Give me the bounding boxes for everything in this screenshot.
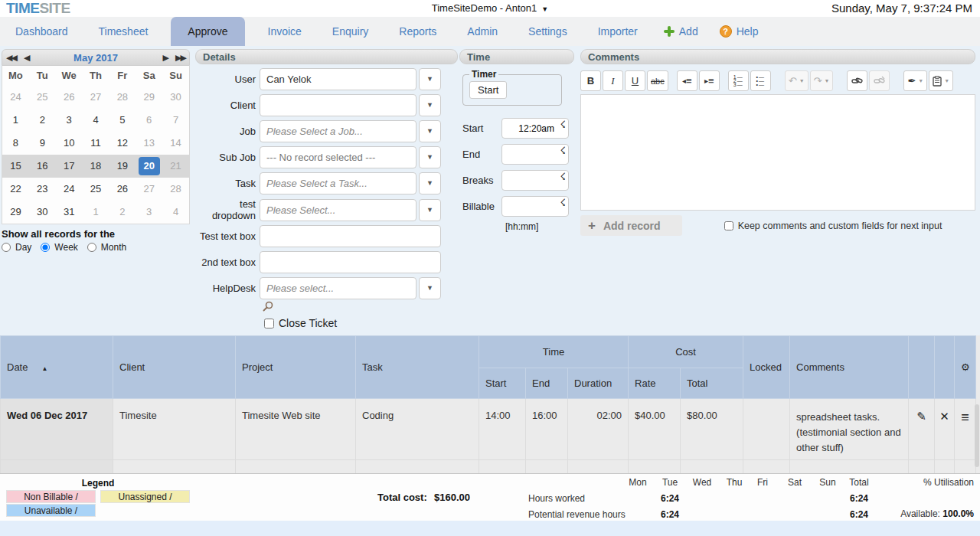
calendar-day[interactable]: 13 <box>136 132 162 155</box>
calendar-day[interactable]: 8 <box>2 132 29 155</box>
client-dropdown-arrow-icon[interactable]: ▼ <box>419 94 441 116</box>
timer-start-button[interactable]: Start <box>469 81 507 99</box>
table-scrollbar[interactable] <box>975 404 979 467</box>
time-start-input[interactable] <box>501 118 569 139</box>
nav-help[interactable]: ?Help <box>720 17 759 46</box>
prev-year-icon[interactable]: ◀◀ <box>2 53 20 63</box>
subjob-dropdown-arrow-icon[interactable]: ▼ <box>419 146 441 168</box>
nav-importer[interactable]: Importer <box>592 17 644 46</box>
unordered-list-icon[interactable]: •—•—•— <box>750 70 771 91</box>
helpdesk-dropdown[interactable]: Please select... <box>260 277 416 299</box>
bold-icon[interactable]: B <box>580 70 601 91</box>
format-brush-icon[interactable]: ✒▼ <box>903 70 927 91</box>
calendar-day[interactable]: 31 <box>56 201 83 224</box>
calendar-day[interactable]: 10 <box>56 132 83 155</box>
helpdesk-search-icon[interactable] <box>263 301 458 315</box>
radio-day[interactable] <box>2 243 11 252</box>
table-row-partial[interactable]: Started to work on <box>1 460 976 474</box>
time-billable-input[interactable] <box>501 196 569 217</box>
calendar-day[interactable]: 30 <box>29 201 56 224</box>
client-dropdown[interactable] <box>260 94 416 116</box>
calendar-day[interactable]: 3 <box>136 201 162 224</box>
col-header-total[interactable]: Total <box>681 368 743 399</box>
test-textbox-input[interactable] <box>260 225 441 247</box>
calendar-day[interactable]: 29 <box>2 201 29 224</box>
add-record-button[interactable]: +Add record <box>580 215 682 236</box>
calendar-day[interactable]: 4 <box>83 109 109 132</box>
test-dropdown-arrow-icon[interactable]: ▼ <box>419 199 441 221</box>
calendar-day[interactable]: 18 <box>83 155 109 178</box>
nav-add[interactable]: Add <box>664 17 698 46</box>
user-dropdown-arrow-icon[interactable]: ▼ <box>419 68 441 90</box>
menu-handle-icon[interactable]: ≡ <box>955 399 976 460</box>
nav-reports[interactable]: Reports <box>393 17 443 46</box>
nav-enquiry[interactable]: Enquiry <box>326 17 374 46</box>
time-breaks-input[interactable] <box>501 170 569 191</box>
calendar-day[interactable]: 12 <box>109 132 136 155</box>
nav-invoice[interactable]: Invoice <box>262 17 308 46</box>
nav-settings[interactable]: Settings <box>522 17 573 46</box>
next-month-icon[interactable]: ▶ <box>159 53 172 63</box>
col-header-comments[interactable]: Comments <box>790 336 909 399</box>
radio-week-label[interactable]: Week <box>54 242 77 253</box>
col-header-date[interactable]: Date▲ <box>1 336 113 399</box>
task-dropdown-arrow-icon[interactable]: ▼ <box>419 172 441 194</box>
table-settings-gear-icon[interactable]: ⚙ <box>955 336 976 399</box>
calendar-day[interactable]: 2 <box>109 201 136 224</box>
calendar-day[interactable]: 27 <box>136 178 162 201</box>
calendar-day[interactable]: 29 <box>136 86 162 109</box>
col-header-locked[interactable]: Locked <box>743 336 790 399</box>
prev-month-icon[interactable]: ◀ <box>20 53 32 63</box>
calendar-day[interactable]: 3 <box>56 109 83 132</box>
calendar-day[interactable]: 26 <box>56 86 83 109</box>
outdent-icon[interactable]: ◂≡ <box>677 70 697 91</box>
paste-icon[interactable]: ▼ <box>929 70 953 91</box>
calendar-day[interactable]: 21 <box>162 155 189 178</box>
calendar-day[interactable]: 23 <box>29 178 56 201</box>
user-dropdown[interactable]: Can Yelok <box>260 68 416 90</box>
job-dropdown-arrow-icon[interactable]: ▼ <box>419 120 441 142</box>
calendar-day[interactable]: 19 <box>109 155 136 178</box>
calendar-day[interactable]: 7 <box>162 109 189 132</box>
ordered-list-icon[interactable]: 1—2—3— <box>728 70 749 91</box>
calendar-day[interactable]: 24 <box>56 178 83 201</box>
strikethrough-icon[interactable]: abc <box>647 70 668 91</box>
radio-day-label[interactable]: Day <box>15 242 31 253</box>
calendar-day[interactable]: 30 <box>162 86 189 109</box>
calendar-day[interactable]: 27 <box>83 86 109 109</box>
col-header-start[interactable]: Start <box>479 368 526 399</box>
calendar-day[interactable]: 25 <box>29 86 56 109</box>
clock-icon[interactable]: ☇︎ <box>560 119 566 130</box>
nav-admin[interactable]: Admin <box>461 17 504 46</box>
calendar-day-selected[interactable]: 20 <box>136 155 162 178</box>
calendar-day[interactable]: 15 <box>2 155 29 178</box>
job-dropdown[interactable]: Please Select a Job... <box>260 120 416 142</box>
unlink-icon[interactable] <box>869 70 890 91</box>
underline-icon[interactable]: U <box>625 70 645 91</box>
nav-timesheet[interactable]: Timesheet <box>93 17 155 46</box>
calendar-day[interactable]: 11 <box>83 132 109 155</box>
calendar-day[interactable]: 28 <box>109 86 136 109</box>
subjob-dropdown[interactable]: --- No record selected --- <box>260 146 416 168</box>
delete-x-icon[interactable]: ✕ <box>935 399 955 460</box>
calendar-day[interactable]: 2 <box>29 109 56 132</box>
redo-icon[interactable]: ↷▼ <box>810 70 834 91</box>
calendar-day[interactable]: 9 <box>29 132 56 155</box>
undo-icon[interactable]: ↶▼ <box>785 70 808 91</box>
col-header-project[interactable]: Project <box>236 336 356 399</box>
radio-month-label[interactable]: Month <box>101 242 126 253</box>
calendar-day[interactable]: 26 <box>109 178 136 201</box>
calendar-day[interactable]: 1 <box>83 201 109 224</box>
calendar-day[interactable]: 1 <box>2 109 29 132</box>
clock-icon[interactable]: ☇︎ <box>560 197 566 208</box>
col-header-task[interactable]: Task <box>356 336 479 399</box>
helpdesk-dropdown-arrow-icon[interactable]: ▼ <box>419 277 441 299</box>
calendar-day[interactable]: 24 <box>2 86 29 109</box>
nav-dashboard[interactable]: Dashboard <box>9 17 74 46</box>
task-dropdown[interactable]: Please Select a Task... <box>260 172 416 194</box>
comments-editor[interactable] <box>580 94 975 211</box>
radio-week[interactable] <box>41 243 50 252</box>
clock-icon[interactable]: ☇︎ <box>560 145 566 156</box>
col-header-rate[interactable]: Rate <box>629 368 681 399</box>
edit-pencil-icon[interactable]: ✎ <box>909 399 935 460</box>
